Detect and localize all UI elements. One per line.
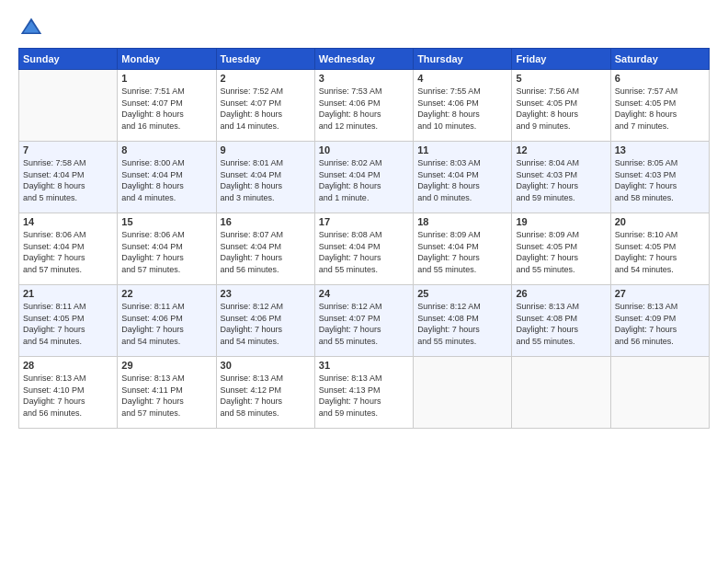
calendar-table: SundayMondayTuesdayWednesdayThursdayFrid…: [18, 48, 710, 429]
calendar-cell: 6Sunrise: 7:57 AMSunset: 4:05 PMDaylight…: [610, 70, 709, 142]
day-number: 13: [615, 144, 705, 155]
calendar-row: 1Sunrise: 7:51 AMSunset: 4:07 PMDaylight…: [19, 70, 710, 142]
day-number: 17: [319, 216, 409, 227]
calendar-cell: 30Sunrise: 8:13 AMSunset: 4:12 PMDayligh…: [216, 357, 314, 429]
day-number: 23: [221, 288, 311, 299]
calendar-row: 21Sunrise: 8:11 AMSunset: 4:05 PMDayligh…: [19, 285, 710, 357]
day-number: 27: [615, 288, 705, 299]
calendar-cell: 19Sunrise: 8:09 AMSunset: 4:05 PMDayligh…: [512, 213, 610, 285]
header: [18, 15, 710, 40]
day-number: 5: [516, 73, 606, 84]
day-info: Sunrise: 8:06 AMSunset: 4:04 PMDaylight:…: [121, 229, 211, 275]
calendar-cell: 2Sunrise: 7:52 AMSunset: 4:07 PMDaylight…: [216, 70, 314, 142]
day-info: Sunrise: 8:03 AMSunset: 4:04 PMDaylight:…: [417, 157, 507, 203]
calendar-cell: 29Sunrise: 8:13 AMSunset: 4:11 PMDayligh…: [118, 357, 216, 429]
calendar-cell: 3Sunrise: 7:53 AMSunset: 4:06 PMDaylight…: [314, 70, 413, 142]
calendar-row: 7Sunrise: 7:58 AMSunset: 4:04 PMDaylight…: [19, 142, 710, 213]
calendar-cell: [512, 357, 610, 429]
weekday-header: Friday: [512, 49, 610, 70]
calendar-cell: 20Sunrise: 8:10 AMSunset: 4:05 PMDayligh…: [610, 213, 709, 285]
weekday-header: Saturday: [610, 49, 709, 70]
day-info: Sunrise: 8:04 AMSunset: 4:03 PMDaylight:…: [516, 157, 606, 203]
day-info: Sunrise: 7:57 AMSunset: 4:05 PMDaylight:…: [615, 86, 705, 132]
day-info: Sunrise: 8:10 AMSunset: 4:05 PMDaylight:…: [615, 229, 705, 275]
day-info: Sunrise: 8:08 AMSunset: 4:04 PMDaylight:…: [319, 229, 409, 275]
day-number: 30: [221, 360, 311, 371]
logo-icon: [18, 15, 44, 40]
calendar-cell: 24Sunrise: 8:12 AMSunset: 4:07 PMDayligh…: [314, 285, 413, 357]
day-number: 3: [319, 73, 409, 84]
day-info: Sunrise: 8:01 AMSunset: 4:04 PMDaylight:…: [221, 157, 311, 203]
day-number: 2: [221, 73, 311, 84]
calendar-cell: [610, 357, 709, 429]
day-info: Sunrise: 7:51 AMSunset: 4:07 PMDaylight:…: [121, 86, 211, 132]
calendar-cell: 7Sunrise: 7:58 AMSunset: 4:04 PMDaylight…: [19, 142, 118, 213]
calendar-cell: 27Sunrise: 8:13 AMSunset: 4:09 PMDayligh…: [610, 285, 709, 357]
calendar-cell: 13Sunrise: 8:05 AMSunset: 4:03 PMDayligh…: [610, 142, 709, 213]
day-number: 18: [417, 216, 507, 227]
weekday-header: Sunday: [19, 49, 118, 70]
calendar-cell: 4Sunrise: 7:55 AMSunset: 4:06 PMDaylight…: [414, 70, 512, 142]
calendar-cell: 31Sunrise: 8:13 AMSunset: 4:13 PMDayligh…: [314, 357, 413, 429]
day-info: Sunrise: 8:13 AMSunset: 4:12 PMDaylight:…: [221, 373, 311, 419]
day-info: Sunrise: 7:55 AMSunset: 4:06 PMDaylight:…: [417, 86, 507, 132]
day-info: Sunrise: 8:13 AMSunset: 4:09 PMDaylight:…: [615, 301, 705, 347]
page: SundayMondayTuesdayWednesdayThursdayFrid…: [0, 0, 728, 563]
day-number: 14: [23, 216, 113, 227]
calendar-cell: 9Sunrise: 8:01 AMSunset: 4:04 PMDaylight…: [216, 142, 314, 213]
weekday-header: Wednesday: [314, 49, 413, 70]
calendar-cell: 10Sunrise: 8:02 AMSunset: 4:04 PMDayligh…: [314, 142, 413, 213]
day-info: Sunrise: 8:12 AMSunset: 4:06 PMDaylight:…: [221, 301, 311, 347]
calendar-row: 14Sunrise: 8:06 AMSunset: 4:04 PMDayligh…: [19, 213, 710, 285]
day-number: 28: [23, 360, 113, 371]
calendar-cell: 15Sunrise: 8:06 AMSunset: 4:04 PMDayligh…: [118, 213, 216, 285]
calendar-cell: 25Sunrise: 8:12 AMSunset: 4:08 PMDayligh…: [414, 285, 512, 357]
day-info: Sunrise: 7:56 AMSunset: 4:05 PMDaylight:…: [516, 86, 606, 132]
calendar-cell: 17Sunrise: 8:08 AMSunset: 4:04 PMDayligh…: [314, 213, 413, 285]
calendar-cell: 26Sunrise: 8:13 AMSunset: 4:08 PMDayligh…: [512, 285, 610, 357]
day-number: 1: [121, 73, 211, 84]
day-info: Sunrise: 8:12 AMSunset: 4:08 PMDaylight:…: [417, 301, 507, 347]
day-info: Sunrise: 8:05 AMSunset: 4:03 PMDaylight:…: [615, 157, 705, 203]
day-info: Sunrise: 8:13 AMSunset: 4:11 PMDaylight:…: [121, 373, 211, 419]
day-number: 16: [221, 216, 311, 227]
day-info: Sunrise: 7:53 AMSunset: 4:06 PMDaylight:…: [319, 86, 409, 132]
day-number: 26: [516, 288, 606, 299]
day-info: Sunrise: 7:58 AMSunset: 4:04 PMDaylight:…: [23, 157, 113, 203]
calendar-cell: [414, 357, 512, 429]
weekday-header: Tuesday: [216, 49, 314, 70]
day-number: 19: [516, 216, 606, 227]
day-info: Sunrise: 7:52 AMSunset: 4:07 PMDaylight:…: [221, 86, 311, 132]
day-info: Sunrise: 8:12 AMSunset: 4:07 PMDaylight:…: [319, 301, 409, 347]
calendar-cell: 8Sunrise: 8:00 AMSunset: 4:04 PMDaylight…: [118, 142, 216, 213]
day-number: 7: [23, 144, 113, 155]
calendar-cell: 5Sunrise: 7:56 AMSunset: 4:05 PMDaylight…: [512, 70, 610, 142]
day-number: 8: [121, 144, 211, 155]
calendar-cell: [19, 70, 118, 142]
day-number: 24: [319, 288, 409, 299]
logo: [18, 15, 48, 40]
weekday-header: Thursday: [414, 49, 512, 70]
calendar-row: 28Sunrise: 8:13 AMSunset: 4:10 PMDayligh…: [19, 357, 710, 429]
day-number: 22: [121, 288, 211, 299]
day-info: Sunrise: 8:09 AMSunset: 4:04 PMDaylight:…: [417, 229, 507, 275]
day-info: Sunrise: 8:13 AMSunset: 4:08 PMDaylight:…: [516, 301, 606, 347]
calendar-cell: 28Sunrise: 8:13 AMSunset: 4:10 PMDayligh…: [19, 357, 118, 429]
calendar-cell: 16Sunrise: 8:07 AMSunset: 4:04 PMDayligh…: [216, 213, 314, 285]
day-number: 10: [319, 144, 409, 155]
day-info: Sunrise: 8:09 AMSunset: 4:05 PMDaylight:…: [516, 229, 606, 275]
day-info: Sunrise: 8:13 AMSunset: 4:10 PMDaylight:…: [23, 373, 113, 419]
day-info: Sunrise: 8:13 AMSunset: 4:13 PMDaylight:…: [319, 373, 409, 419]
day-number: 31: [319, 360, 409, 371]
day-info: Sunrise: 8:11 AMSunset: 4:05 PMDaylight:…: [23, 301, 113, 347]
day-number: 6: [615, 73, 705, 84]
header-row: SundayMondayTuesdayWednesdayThursdayFrid…: [19, 49, 710, 70]
day-info: Sunrise: 8:11 AMSunset: 4:06 PMDaylight:…: [121, 301, 211, 347]
day-number: 15: [121, 216, 211, 227]
day-info: Sunrise: 8:00 AMSunset: 4:04 PMDaylight:…: [121, 157, 211, 203]
day-info: Sunrise: 8:02 AMSunset: 4:04 PMDaylight:…: [319, 157, 409, 203]
calendar-cell: 18Sunrise: 8:09 AMSunset: 4:04 PMDayligh…: [414, 213, 512, 285]
calendar-cell: 12Sunrise: 8:04 AMSunset: 4:03 PMDayligh…: [512, 142, 610, 213]
day-number: 29: [121, 360, 211, 371]
calendar-cell: 23Sunrise: 8:12 AMSunset: 4:06 PMDayligh…: [216, 285, 314, 357]
